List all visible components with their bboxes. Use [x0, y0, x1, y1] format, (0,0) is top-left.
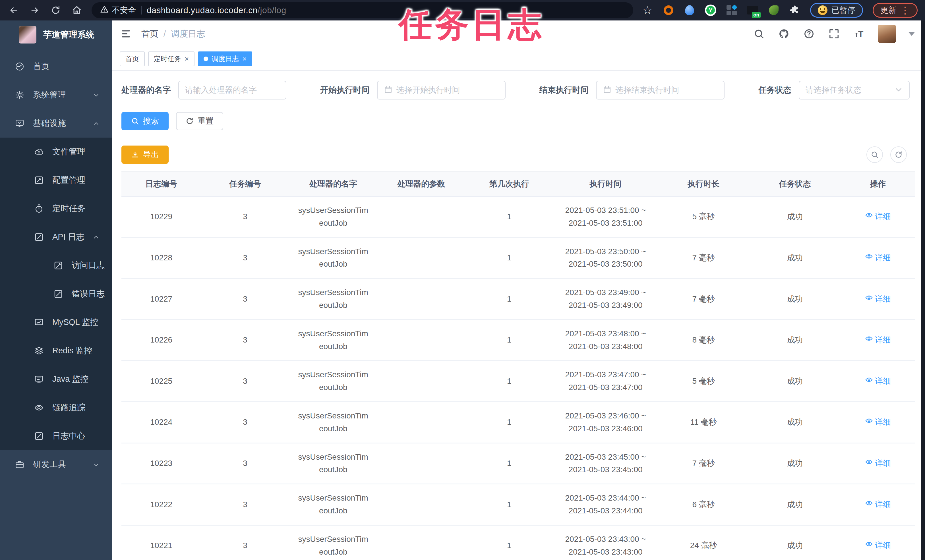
eye-icon: [865, 498, 873, 511]
app-logo-image: [19, 26, 36, 44]
address-bar[interactable]: 不安全 dashboard.yudao.iocoder.cn/job/log: [92, 2, 633, 18]
exec-time-cell: 2021-05-03 23:51:00 ~2021-05-03 23:51:00: [553, 196, 658, 237]
detail-link[interactable]: 详细: [865, 375, 891, 388]
detail-link[interactable]: 详细: [865, 416, 891, 429]
detail-link[interactable]: 详细: [865, 457, 891, 470]
eye-icon: [865, 293, 873, 306]
detail-link[interactable]: 详细: [865, 251, 891, 264]
detail-link[interactable]: 详细: [865, 293, 891, 306]
font-size-icon[interactable]: TT: [853, 27, 865, 40]
sidebar-item-redis-monitor[interactable]: Redis 监控: [0, 337, 112, 365]
log-id-cell: 10225: [121, 361, 201, 402]
log-edit-icon: [34, 431, 44, 441]
action-cell: 详细: [841, 319, 915, 361]
sidebar-item-home[interactable]: 首页: [0, 52, 112, 81]
sidebar-item-mysql-monitor[interactable]: MySQL 监控: [0, 308, 112, 337]
reset-button[interactable]: 重置: [176, 112, 223, 130]
exec-time-cell: 2021-05-03 23:44:00 ~2021-05-03 23:44:00: [553, 484, 658, 525]
sidebar-item-log-center[interactable]: 日志中心: [0, 422, 112, 450]
duration-cell: 7 毫秒: [658, 278, 749, 320]
exec-time-cell: 2021-05-03 23:45:00 ~2021-05-03 23:45:00: [553, 443, 658, 484]
sidebar-item-java-monitor[interactable]: Java 监控: [0, 365, 112, 393]
extension-green-y-icon[interactable]: Y: [705, 5, 716, 16]
handler-param-cell: [377, 237, 466, 278]
extension-blue-icon[interactable]: [684, 5, 695, 16]
detail-link[interactable]: 详细: [865, 210, 891, 223]
sidebar-item-access-log[interactable]: 访问日志: [0, 251, 112, 280]
log-id-cell: 10227: [121, 278, 201, 320]
browser-update-button[interactable]: 更新 ⋮: [873, 3, 917, 18]
extension-grid-icon[interactable]: [726, 5, 737, 16]
chevron-down-icon: [93, 91, 99, 97]
header-search-icon[interactable]: [753, 27, 765, 40]
calendar-icon: [384, 85, 392, 95]
tab-首页[interactable]: 首页: [120, 51, 145, 66]
chevron-down-icon[interactable]: [908, 32, 915, 36]
breadcrumb: 首页 / 调度日志: [141, 28, 205, 40]
status-cell: 成功: [749, 278, 841, 320]
browser-reload-button[interactable]: [50, 4, 62, 17]
fullscreen-icon[interactable]: [828, 27, 840, 40]
export-button[interactable]: 导出: [121, 146, 169, 164]
tab-定时任务[interactable]: 定时任务×: [148, 51, 194, 66]
tab-label: 首页: [125, 54, 139, 63]
exec-time-cell: 2021-05-03 23:50:00 ~2021-05-03 23:50:00: [553, 237, 658, 278]
job-log-table: 日志编号任务编号处理器的名字处理器的参数第几次执行执行时间执行时长任务状态操作 …: [121, 171, 915, 560]
sidebar-item-label: 访问日志: [72, 260, 105, 271]
end-time-date-picker[interactable]: [596, 81, 725, 99]
search-button[interactable]: 搜索: [121, 112, 169, 130]
detail-link[interactable]: 详细: [865, 334, 891, 346]
table-body: 102293sysUserSessionTimeoutJob12021-05-0…: [121, 196, 915, 560]
sidebar-item-api-log[interactable]: API 日志: [0, 223, 112, 251]
exec-index-cell: 1: [465, 319, 553, 361]
sidebar-item-trace[interactable]: 链路追踪: [0, 393, 112, 422]
begin-time-date-picker[interactable]: [377, 81, 506, 99]
close-icon[interactable]: ×: [242, 55, 247, 63]
sidebar-item-system-mgmt[interactable]: 系统管理: [0, 81, 112, 109]
handler-name-input[interactable]: [178, 81, 286, 99]
task-status-select[interactable]: 请选择任务状态: [799, 81, 910, 99]
log-id-cell: 10229: [121, 196, 201, 237]
user-avatar[interactable]: [878, 25, 896, 43]
extension-leaf-icon[interactable]: [768, 5, 779, 16]
handler-name-field[interactable]: [185, 86, 280, 95]
extension-orange-icon[interactable]: [663, 5, 674, 16]
close-icon[interactable]: ×: [185, 55, 189, 63]
begin-time-field[interactable]: [396, 86, 499, 95]
show-search-toggle-button[interactable]: [866, 146, 883, 163]
sidebar-item-label: 链路追踪: [52, 402, 85, 413]
exec-time-cell: 2021-05-03 23:47:00 ~2021-05-03 23:47:00: [553, 361, 658, 402]
sidebar-item-scheduled-task[interactable]: 定时任务: [0, 194, 112, 223]
help-icon[interactable]: [803, 27, 815, 40]
detail-link[interactable]: 详细: [865, 498, 891, 511]
handler-param-cell: [377, 484, 466, 525]
bookmark-star-icon[interactable]: ☆: [642, 5, 653, 16]
extension-on-switch-icon[interactable]: on: [747, 5, 758, 16]
status-cell: 成功: [749, 443, 841, 484]
action-cell: 详细: [841, 525, 915, 560]
table-row: 102243sysUserSessionTimeoutJob12021-05-0…: [121, 402, 915, 443]
browser-back-button[interactable]: [8, 4, 20, 17]
sidebar-item-error-log[interactable]: 错误日志: [0, 280, 112, 308]
sidebar-item-infrastructure[interactable]: 基础设施: [0, 109, 112, 138]
column-header: 操作: [841, 172, 915, 196]
action-cell: 详细: [841, 402, 915, 443]
extensions-puzzle-icon[interactable]: [789, 5, 800, 16]
browser-forward-button[interactable]: [29, 4, 41, 17]
select-placeholder: 请选择任务状态: [806, 85, 890, 95]
tab-调度日志[interactable]: 调度日志×: [198, 51, 252, 66]
breadcrumb-home[interactable]: 首页: [141, 28, 158, 40]
sidebar-collapse-icon[interactable]: [120, 27, 132, 40]
refresh-table-button[interactable]: [890, 146, 907, 163]
sidebar-item-dev-tools[interactable]: 研发工具: [0, 450, 112, 479]
window-scrollbar[interactable]: [921, 21, 925, 560]
sidebar-item-config-mgmt[interactable]: 配置管理: [0, 166, 112, 194]
sidebar-item-file-mgmt[interactable]: 文件管理: [0, 138, 112, 166]
end-time-field[interactable]: [615, 86, 718, 95]
site-security-chip[interactable]: 不安全: [100, 5, 136, 16]
detail-link[interactable]: 详细: [865, 539, 891, 552]
github-icon[interactable]: [778, 27, 790, 40]
profile-paused-badge[interactable]: 已暂停: [810, 3, 863, 18]
app-logo-row[interactable]: 芋道管理系统: [0, 21, 112, 49]
browser-home-button[interactable]: [71, 4, 83, 17]
